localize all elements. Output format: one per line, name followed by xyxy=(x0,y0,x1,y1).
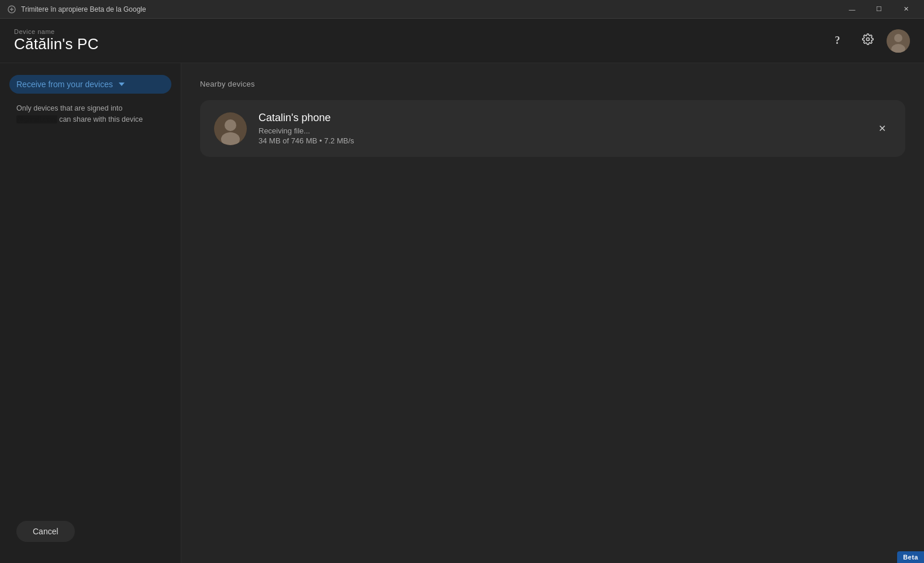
description-text-1: Only devices that are signed into xyxy=(16,104,122,112)
titlebar-controls: — ☐ ✕ xyxy=(839,0,919,19)
svg-point-3 xyxy=(867,38,870,41)
titlebar-title: Trimitere în apropiere Beta de la Google xyxy=(21,5,146,13)
device-card-status: Receiving file... xyxy=(258,126,861,135)
help-button[interactable]: ? xyxy=(826,29,849,53)
sidebar-description: Only devices that are signed into @gmail… xyxy=(9,98,171,130)
svg-point-8 xyxy=(225,119,236,131)
maximize-button[interactable]: ☐ xyxy=(866,0,892,19)
titlebar: Trimitere în apropiere Beta de la Google… xyxy=(0,0,924,19)
sidebar-item-receive[interactable]: Receive from your devices xyxy=(9,75,171,94)
main-content: Nearby devices Catalin's phone Receiving… xyxy=(181,63,924,563)
device-card-name: Catalin's phone xyxy=(258,112,861,124)
chevron-down-icon xyxy=(119,83,125,86)
device-details: Catalin's phone Receiving file... 34 MB … xyxy=(258,112,861,145)
sidebar-nav-label: Receive from your devices xyxy=(16,80,113,89)
header-actions: ? xyxy=(826,29,910,53)
app-body: Receive from your devices Only devices t… xyxy=(0,63,924,563)
titlebar-left: Trimitere în apropiere Beta de la Google xyxy=(7,5,146,14)
redacted-email: @gmail.com xyxy=(16,115,57,123)
settings-button[interactable] xyxy=(856,29,880,53)
beta-badge: Beta xyxy=(897,551,924,563)
section-title: Nearby devices xyxy=(200,80,905,88)
sidebar-spacer xyxy=(9,130,171,521)
app-header: Device name Cătălin's PC ? xyxy=(0,19,924,63)
close-button[interactable]: ✕ xyxy=(892,0,919,19)
device-card: Catalin's phone Receiving file... 34 MB … xyxy=(200,100,905,157)
cancel-button[interactable]: Cancel xyxy=(16,521,75,542)
user-avatar[interactable] xyxy=(887,29,910,53)
svg-point-5 xyxy=(894,34,902,42)
app-icon xyxy=(7,5,16,14)
help-icon: ? xyxy=(835,35,840,47)
close-icon: ✕ xyxy=(878,123,886,134)
device-avatar xyxy=(214,112,247,145)
app-container: Device name Cătălin's PC ? xyxy=(0,19,924,563)
description-text-2: can share with this device xyxy=(57,115,143,123)
minimize-button[interactable]: — xyxy=(839,0,866,19)
device-card-close-button[interactable]: ✕ xyxy=(873,119,891,138)
settings-icon xyxy=(862,33,874,48)
device-label: Device name xyxy=(14,28,99,35)
device-card-progress: 34 MB of 746 MB • 7.2 MB/s xyxy=(258,136,861,145)
device-name: Cătălin's PC xyxy=(14,35,99,53)
sidebar: Receive from your devices Only devices t… xyxy=(0,63,181,563)
device-info: Device name Cătălin's PC xyxy=(14,28,99,53)
